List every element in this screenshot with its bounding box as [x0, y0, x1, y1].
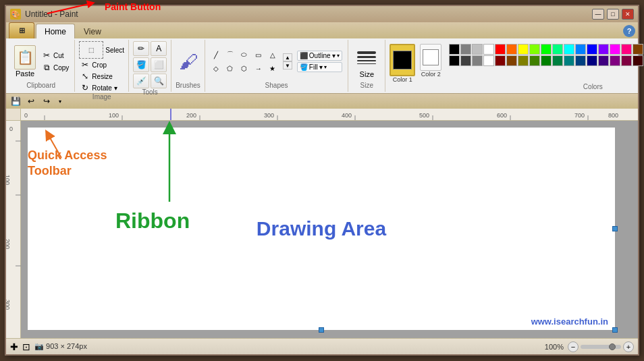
palette-cell[interactable] — [598, 44, 609, 55]
size-group-label: Size — [360, 82, 373, 90]
pencil-button[interactable]: ✏ — [133, 41, 149, 56]
add-icon[interactable]: ✚ — [10, 341, 18, 352]
select-button[interactable]: ⬚ — [79, 41, 103, 59]
maximize-button[interactable]: □ — [607, 9, 619, 20]
shape-triangle[interactable]: △ — [266, 49, 279, 61]
resize-handle-right[interactable] — [612, 226, 618, 231]
palette-cell[interactable] — [621, 44, 632, 55]
magnifier-button[interactable]: 🔍 — [151, 74, 167, 88]
save-button[interactable]: 💾 — [9, 95, 22, 107]
copy-button[interactable]: ⧉ Copy — [41, 62, 70, 73]
palette-cell[interactable] — [541, 44, 552, 55]
paint-button-annotation: Paint Button — [105, 1, 161, 12]
outline-dropdown[interactable]: ⬛ Outline ▾ ▾ — [297, 51, 342, 61]
palette-cell[interactable] — [518, 55, 529, 66]
palette-cell[interactable] — [449, 44, 460, 55]
shape-arrow[interactable]: → — [252, 62, 265, 74]
palette-cell[interactable] — [495, 44, 506, 55]
fill-dropdown[interactable]: 🪣 Fill ▾ ▾ — [297, 62, 342, 72]
eraser-button[interactable]: ⬜ — [151, 57, 167, 72]
zoom-in-button[interactable]: + — [623, 341, 634, 352]
crop-button[interactable]: ✂ Crop — [79, 59, 124, 70]
palette-cell[interactable] — [518, 44, 529, 55]
palette-cell[interactable] — [552, 55, 563, 66]
palette-cell[interactable] — [529, 44, 540, 55]
palette-cell[interactable] — [460, 44, 471, 55]
shape-pentagon[interactable]: ⬠ — [223, 62, 237, 74]
tools-row-1: ✏ A — [133, 41, 167, 56]
redo-button[interactable]: ↪ — [40, 95, 53, 107]
svg-text:400: 400 — [342, 112, 352, 119]
color2-swatch[interactable] — [420, 44, 441, 71]
ruler-container: // Will be rendered via CSS 0 100 200 30… — [6, 109, 638, 121]
zoom-out-button[interactable]: − — [568, 341, 579, 352]
shape-diamond[interactable]: ◇ — [209, 62, 223, 74]
minimize-button[interactable]: — — [592, 9, 604, 20]
brushes-group: 🖌 Brushes — [171, 40, 205, 92]
shape-hexagon[interactable]: ⬡ — [238, 62, 251, 74]
palette-cell[interactable] — [541, 55, 552, 66]
qa-dropdown[interactable]: ▾ — [55, 95, 65, 107]
palette-cell[interactable] — [483, 44, 494, 55]
color1-swatch[interactable] — [390, 44, 415, 76]
palette-cell[interactable] — [564, 44, 574, 55]
palette-cell[interactable] — [506, 44, 517, 55]
text-button[interactable]: A — [151, 41, 167, 56]
selection-icon[interactable]: ⊡ — [22, 341, 30, 352]
paint-button[interactable]: ⊞ — [9, 22, 34, 38]
rotate-icon: ↻ — [80, 83, 90, 92]
shapes-scroll-down[interactable]: ▼ — [283, 61, 292, 70]
palette-cell[interactable] — [483, 55, 494, 66]
shape-oval[interactable]: ⬭ — [238, 49, 251, 61]
palette-cell[interactable] — [633, 44, 643, 55]
palette-cell[interactable] — [472, 44, 483, 55]
help-button[interactable]: ? — [623, 25, 635, 37]
tab-home[interactable]: Home — [36, 24, 75, 38]
zoom-slider-thumb[interactable] — [609, 343, 616, 350]
palette-cell[interactable] — [449, 55, 460, 66]
palette-cell[interactable] — [564, 55, 574, 66]
canvas-area[interactable]: Drawing Area www.isearchfun.in Quick Acc… — [21, 121, 638, 338]
palette-cell[interactable] — [633, 55, 643, 66]
brushes-content: 🖌 — [176, 41, 200, 82]
shapes-scroll-up[interactable]: ▲ — [283, 53, 292, 61]
shape-line[interactable]: ╱ — [209, 49, 223, 61]
shape-rect[interactable]: ▭ — [252, 49, 265, 61]
rotate-button[interactable]: ↻ Rotate ▾ — [79, 82, 124, 93]
svg-text:0: 0 — [9, 126, 13, 132]
color1-inner — [393, 51, 412, 70]
zoom-slider[interactable] — [581, 345, 621, 349]
palette-cell[interactable] — [610, 44, 620, 55]
palette-cell[interactable] — [495, 55, 506, 66]
drawing-area[interactable]: Drawing Area www.isearchfun.in — [28, 128, 615, 330]
palette-cell[interactable] — [587, 55, 597, 66]
palette-cell[interactable] — [552, 44, 563, 55]
cut-button[interactable]: ✂ Cut — [41, 50, 70, 61]
svg-text:0: 0 — [24, 112, 28, 119]
fill-button[interactable]: 🪣 — [133, 57, 149, 72]
tab-view[interactable]: View — [75, 24, 110, 38]
shape-star[interactable]: ★ — [266, 62, 279, 74]
resize-handle-bottom[interactable] — [319, 327, 324, 333]
palette-cell[interactable] — [529, 55, 540, 66]
size-button[interactable]: Size — [352, 43, 381, 80]
palette-cell[interactable] — [621, 55, 632, 66]
palette-cell[interactable] — [598, 55, 609, 66]
palette-cell[interactable] — [575, 44, 586, 55]
palette-cell[interactable] — [587, 44, 597, 55]
shape-curve[interactable]: ⌒ — [223, 49, 237, 61]
paste-button[interactable]: 📋 Paste — [11, 44, 38, 79]
palette-cell[interactable] — [472, 55, 483, 66]
size-icon — [355, 45, 378, 70]
palette-cell[interactable] — [610, 55, 620, 66]
resize-handle-corner[interactable] — [612, 327, 618, 333]
brushes-button[interactable]: 🖌 — [176, 47, 200, 76]
close-button[interactable]: ✕ — [622, 9, 634, 20]
eyedropper-button[interactable]: 💉 — [133, 74, 149, 88]
palette-cell[interactable] — [506, 55, 517, 66]
palette-cell[interactable] — [460, 55, 471, 66]
undo-button[interactable]: ↩ — [24, 95, 38, 107]
size-line-3 — [357, 60, 376, 61]
palette-cell[interactable] — [575, 55, 586, 66]
resize-button[interactable]: ⤡ Resize — [79, 71, 124, 82]
